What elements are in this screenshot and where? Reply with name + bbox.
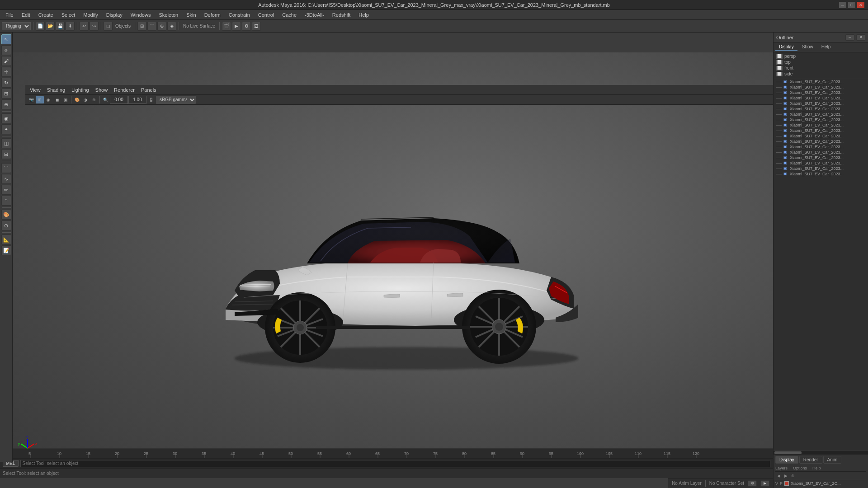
workspace-dropdown[interactable]: Rigging (2, 22, 31, 30)
menu-edit[interactable]: Edit (18, 11, 34, 19)
list-item[interactable]: ▣ Xiaomi_SU7_EV_Car_2023... (774, 84, 867, 90)
snap-point-button[interactable]: ⊕ (157, 22, 166, 31)
list-item[interactable]: ▣ Xiaomi_SU7_EV_Car_2023... (774, 101, 867, 106)
snap-together-button[interactable]: ⊟ (1, 149, 11, 159)
ipr-button[interactable]: ▶ (232, 22, 241, 31)
list-item[interactable]: ▣ Xiaomi_SU7_EV_Car_2023... (774, 144, 867, 150)
undo-button[interactable]: ↩ (80, 22, 89, 31)
paint-select-button[interactable]: 🖌 (1, 56, 11, 66)
close-button[interactable]: ✕ (857, 2, 864, 8)
vp-wireframe-button[interactable]: ⊞ (36, 96, 44, 103)
measure-button[interactable]: 📐 (1, 235, 11, 244)
menu-windows[interactable]: Windows (127, 11, 155, 19)
menu-create[interactable]: Create (35, 11, 57, 19)
vp-value2-input[interactable] (128, 96, 146, 104)
layer-icon-1[interactable]: ◀ (775, 473, 782, 479)
arc-tool-button[interactable]: ◝ (1, 196, 11, 206)
render-settings-button[interactable]: ⚙ (242, 22, 251, 31)
list-item[interactable]: ▣ Xiaomi_SU7_EV_Car_2023... (774, 112, 867, 117)
timeline-ruler[interactable]: 1 5 10 15 20 25 30 35 40 (2, 449, 773, 458)
anim-option-button[interactable]: ▶ (760, 480, 769, 487)
list-item[interactable]: ▣ Xiaomi_SU7_EV_Car_2023... (774, 171, 867, 177)
layer-item[interactable]: V P Xiaomi_SU7_EV_Car_2C... (775, 480, 866, 487)
vp-ao-button[interactable]: ⊚ (90, 96, 98, 103)
menu-constrain[interactable]: Constrain (225, 11, 254, 19)
curve-tool-button[interactable]: ⌒ (1, 163, 11, 173)
menu-3dtoall[interactable]: -3DtoAll- (301, 11, 328, 19)
outliner-close-button[interactable]: ✕ (856, 34, 865, 41)
menu-file[interactable]: File (2, 11, 17, 19)
outliner-scroll-thumb[interactable] (774, 451, 802, 454)
paint-effects-button[interactable]: 🎨 (1, 210, 11, 220)
list-item[interactable]: ▣ Xiaomi_SU7_EV_Car_2023... (774, 133, 867, 139)
cloth-button[interactable]: ⊙ (1, 221, 11, 230)
outliner-minimize-button[interactable]: ─ (845, 34, 854, 41)
list-item[interactable]: ▣ Xiaomi_SU7_EV_Car_2023... (774, 106, 867, 112)
anim-tab[interactable]: Anim (823, 456, 842, 464)
sculpt-button[interactable]: ✦ (1, 124, 11, 134)
mel-input[interactable] (20, 460, 770, 467)
universal-manip-button[interactable]: ⊕ (1, 99, 11, 109)
camera-front[interactable]: ⬜ front (775, 65, 866, 71)
list-item[interactable]: ▣ Xiaomi_SU7_EV_Car_2023... (774, 128, 867, 133)
list-item[interactable]: ▣ Xiaomi_SU7_EV_Car_2023... (774, 139, 867, 144)
menu-help[interactable]: Help (355, 11, 373, 19)
vp-colorspace-button[interactable]: 🎛 (147, 96, 155, 103)
list-item[interactable]: ▣ Xiaomi_SU7_EV_Car_2023... (774, 79, 867, 84)
import-button[interactable]: ⬇ (66, 22, 75, 31)
move-tool-button[interactable]: ✛ (1, 67, 11, 77)
display-tab[interactable]: Display (775, 456, 798, 464)
menu-modify[interactable]: Modify (80, 11, 101, 19)
menu-cache[interactable]: Cache (278, 11, 300, 19)
pencil-button[interactable]: ✏ (1, 185, 11, 195)
view-menu[interactable]: View (27, 87, 43, 93)
list-item[interactable]: ▣ Xiaomi_SU7_EV_Car_2023... (774, 95, 867, 101)
list-item[interactable]: ▣ Xiaomi_SU7_EV_Car_2023... (774, 155, 867, 160)
list-item[interactable]: ▣ Xiaomi_SU7_EV_Car_2023... (774, 122, 867, 128)
rotate-tool-button[interactable]: ↻ (1, 78, 11, 88)
camera-top[interactable]: ⬜ top (775, 59, 866, 65)
list-item[interactable]: ▣ Xiaomi_SU7_EV_Car_2023... (774, 160, 867, 166)
renderer-menu[interactable]: Renderer (111, 87, 137, 93)
panels-menu[interactable]: Panels (138, 87, 159, 93)
vp-isolate-button[interactable]: 🔍 (101, 96, 109, 103)
render-button[interactable]: 🎬 (222, 22, 231, 31)
open-file-button[interactable]: 📂 (46, 22, 55, 31)
outliner-tab-help[interactable]: Help (818, 43, 835, 51)
menu-display[interactable]: Display (103, 11, 126, 19)
outliner-tab-show[interactable]: Show (798, 43, 817, 51)
list-item[interactable]: ▣ Xiaomi_SU7_EV_Car_2023... (774, 90, 867, 95)
menu-skeleton[interactable]: Skeleton (155, 11, 182, 19)
minimize-button[interactable]: ─ (839, 2, 846, 8)
redo-button[interactable]: ↪ (90, 22, 99, 31)
menu-control[interactable]: Control (255, 11, 278, 19)
layer-icon-2[interactable]: ▶ (783, 473, 789, 479)
show-menu[interactable]: Show (93, 87, 111, 93)
soft-mod-button[interactable]: ◉ (1, 113, 11, 123)
list-item[interactable]: ▣ Xiaomi_SU7_EV_Car_2023... (774, 150, 867, 155)
viewport-panel[interactable]: View Shading Lighting Show Renderer Pane… (13, 52, 773, 465)
outliner-tab-display[interactable]: Display (775, 43, 797, 51)
list-item[interactable]: ▣ Xiaomi_SU7_EV_Car_2023... (774, 117, 867, 122)
vp-texture-button[interactable]: 🎨 (73, 96, 81, 103)
render-view-button[interactable]: 🖼 (252, 22, 261, 31)
snap-grid-button[interactable]: ⊞ (137, 22, 146, 31)
select-all-button[interactable]: ◻ (104, 22, 113, 31)
snap-curve-button[interactable]: ⌒ (147, 22, 156, 31)
vp-value1-input[interactable] (110, 96, 128, 104)
camera-persp[interactable]: ⬜ persp (775, 53, 866, 59)
ep-curve-button[interactable]: ∿ (1, 174, 11, 184)
show-manip-button[interactable]: ◫ (1, 138, 11, 148)
render-tab[interactable]: Render (799, 456, 822, 464)
color-space-dropdown[interactable]: sRGB gamma (156, 95, 196, 104)
vp-bounding-button[interactable]: ▣ (61, 96, 70, 103)
camera-side[interactable]: ⬜ side (775, 71, 866, 77)
menu-deform[interactable]: Deform (201, 11, 224, 19)
restore-button[interactable]: □ (848, 2, 855, 8)
lighting-menu[interactable]: Lighting (69, 87, 92, 93)
scale-tool-button[interactable]: ⊞ (1, 89, 11, 99)
list-item[interactable]: ▣ Xiaomi_SU7_EV_Car_2023... (774, 166, 867, 171)
save-file-button[interactable]: 💾 (56, 22, 65, 31)
vp-camera-button[interactable]: 📷 (27, 96, 35, 103)
menu-redshift[interactable]: Redshift (329, 11, 354, 19)
